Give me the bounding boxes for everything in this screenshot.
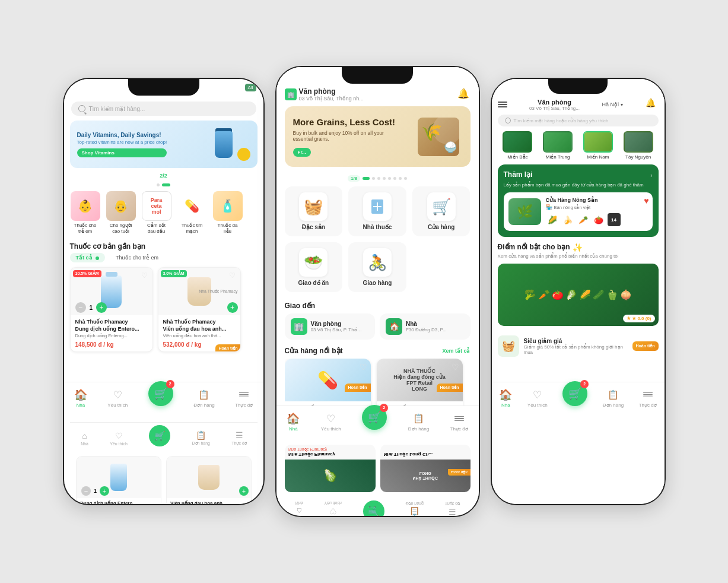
nav-orders-center[interactable]: 📋 Đơn hàng bbox=[408, 412, 429, 432]
delivery-title: Giao đến bbox=[285, 302, 316, 310]
filter-children[interactable]: Thuốc cho trẻ em bbox=[110, 253, 164, 262]
region-trung[interactable]: Miền Trung bbox=[538, 131, 578, 160]
delivery-home[interactable]: 🏠 Nhà F30 Đường D3, P... bbox=[380, 313, 471, 340]
delivery-home-addr: F30 Đường D3, P... bbox=[406, 327, 447, 332]
left-notch bbox=[128, 79, 199, 96]
highlight-sub: Xem cửa hàng và sản phẩm phổ biến nhất c… bbox=[498, 254, 659, 259]
nav-fav-left[interactable]: ♡ Yêu thích bbox=[107, 388, 128, 408]
cat-item-elderly[interactable]: 👴 Cho ngườicao tuổi bbox=[106, 191, 136, 234]
product-store-1: Nhà Thuốc Phamacy bbox=[75, 319, 148, 325]
nav-menu-left[interactable]: Thực đơ bbox=[235, 388, 253, 408]
heart-icon-2[interactable]: ♡ bbox=[227, 270, 238, 281]
shop-vitamins-btn[interactable]: Shop Vitamins bbox=[77, 148, 167, 157]
nav-home-center[interactable]: 🏠 Nhà bbox=[287, 412, 300, 432]
add-btn-2[interactable]: + bbox=[227, 302, 238, 313]
store-heart-2[interactable]: ♡ bbox=[452, 362, 459, 372]
filter-all[interactable]: Tất cả bbox=[70, 253, 106, 262]
r-plus: + bbox=[100, 486, 109, 496]
store-card-long[interactable]: NHÀ THUỐCHiện đang đóng cửaFPT RetailLON… bbox=[377, 359, 463, 405]
search-icon bbox=[78, 105, 85, 112]
cart-btn-left[interactable]: 🛒 2 bbox=[148, 381, 173, 406]
nav-menu-right[interactable]: Thực đơ bbox=[639, 388, 657, 408]
qty-plus[interactable]: + bbox=[96, 302, 107, 313]
discount-icon: 🧺 bbox=[498, 335, 519, 357]
nav-home-left[interactable]: 🏠 Nhà bbox=[74, 388, 87, 408]
region-bac[interactable]: Miền Bắc bbox=[498, 131, 538, 160]
region-tay[interactable]: Tây Nguyên bbox=[618, 131, 659, 160]
store-info-2: Nhà Thuốc Long Ch... Unknown Location Fo… bbox=[377, 401, 463, 405]
service-cua-hang[interactable]: 🛒 Cửa hàng bbox=[412, 186, 471, 236]
cart-btn-center[interactable]: 🛒 2 bbox=[362, 405, 387, 430]
region-nam[interactable]: Miền Nam bbox=[578, 131, 618, 160]
nong-san-heart[interactable]: ♥ bbox=[644, 196, 648, 205]
center-reflection: ⌂ Nhà ♡ Yêu thích 🛒 📋 Đơn hàng bbox=[276, 440, 479, 516]
discount-section: 🧺 Siêu giảm giá Giảm giá 50% tất cả sản … bbox=[492, 331, 665, 362]
nong-san-info: Cửa Hàng Nông Sản 🏪 Bán nông sản việt 🌽 … bbox=[546, 197, 648, 226]
r-cart-icon: 🛒 bbox=[154, 430, 165, 441]
promo-cta[interactable]: Fr... bbox=[293, 148, 311, 157]
dot-1 bbox=[157, 183, 160, 186]
right-search[interactable]: Tìm kiếm mặt hàng hoặc cửa hàng yêu thíc… bbox=[498, 115, 659, 126]
see-all-btn[interactable]: Xem tất cả bbox=[442, 348, 470, 354]
service-dac-san[interactable]: 🧺 Đặc sản bbox=[285, 186, 343, 236]
product-card-1[interactable]: 10.5% GIẢM ♡ − 1 + Nhà Thuốc Phamacy Du bbox=[70, 267, 153, 352]
bell-icon-right[interactable]: 🔔 bbox=[646, 98, 659, 111]
bell-icon-center[interactable]: 🔔 bbox=[457, 88, 471, 101]
category-scroll: 👶 Thuốc chotrẻ em 👴 Cho ngườicao tuổi Pa… bbox=[64, 189, 263, 239]
cat-item-skin[interactable]: 🧴 Thuốc daliễu bbox=[212, 191, 243, 234]
nav-fav-center[interactable]: ♡ Yêu thích bbox=[321, 412, 341, 432]
store-hoan-tien-1: Hoàn tiền bbox=[345, 384, 371, 392]
right-loc-dropdown[interactable]: Hà Nội ▾ bbox=[602, 102, 623, 107]
nong-san-emoji: 🌿 bbox=[508, 198, 541, 225]
dac-san-label: Đặc sản bbox=[302, 224, 325, 230]
r-nav-label3: Đơn hàng bbox=[192, 441, 209, 446]
hoan-tien-badge-left: Hoàn tiền bbox=[215, 344, 241, 352]
nav-orders-left[interactable]: 📋 Đơn hàng bbox=[193, 388, 214, 408]
left-search-bar[interactable]: Tìm kiếm mặt hàng... bbox=[71, 102, 256, 116]
cat-item-paracetamol[interactable]: Paracetamol Cảm sốtđau đầu bbox=[141, 191, 172, 234]
qty-minus[interactable]: − bbox=[75, 302, 86, 313]
r-nav-label4: Thực đơ bbox=[231, 441, 247, 446]
cat-label-skin: Thuốc daliễu bbox=[218, 223, 238, 234]
product-card-2[interactable]: 3.0% GIẢM ♡ Nhà Thuốc Phamacy + Nhà Thuố… bbox=[158, 267, 241, 352]
cr-cart: 🛒 bbox=[363, 500, 384, 516]
store-card-phamacy[interactable]: 💊 ♡ Hoàn tiền Nhà Thuốc Phamacy Nhà Thuố… bbox=[285, 359, 371, 405]
nav-menu-center[interactable]: Thực đơ bbox=[450, 412, 468, 432]
nav-fav-right[interactable]: ♡ Yêu thích bbox=[527, 388, 548, 408]
right-bottom-nav: 🏠 Nhà ♡ Yêu thích 🛒 2 📋 Đơn hàng bbox=[492, 382, 665, 416]
product-price-1: 148,500 đ / kg bbox=[75, 341, 148, 348]
nav-home-right[interactable]: 🏠 Nhà bbox=[499, 388, 512, 408]
item-count: 14 bbox=[608, 213, 621, 226]
store-heart-1[interactable]: ♡ bbox=[360, 362, 367, 372]
service-giao-do-an[interactable]: 🥗 Giao đồ ăn bbox=[285, 242, 343, 292]
right-notch bbox=[548, 79, 608, 94]
nav-label-orders-right: Đơn hàng bbox=[603, 403, 624, 408]
qty-num: 1 bbox=[90, 305, 93, 311]
veg-4: 🥬 bbox=[565, 289, 577, 300]
nav-orders-right[interactable]: 📋 Đơn hàng bbox=[603, 388, 624, 408]
r-nav-icon2: ♡ bbox=[115, 431, 122, 441]
nav-cart-center[interactable]: 🛒 2 bbox=[362, 414, 387, 430]
sparkle-icon: ✨ bbox=[573, 243, 583, 252]
nav-cart-right[interactable]: 🛒 2 bbox=[562, 391, 587, 406]
cat-item-child[interactable]: 👶 Thuốc chotrẻ em bbox=[70, 191, 101, 234]
rating-badge: ★ ★ 0.0 (0) bbox=[623, 315, 654, 322]
store-card-nong-san[interactable]: 🌿 Cửa Hàng Nông Sản 🏪 Bán nông sản việt … bbox=[504, 192, 653, 231]
cart-btn-right[interactable]: 🛒 2 bbox=[562, 381, 587, 406]
cart-icon-center: 🛒 bbox=[368, 411, 381, 424]
store-img-long: NHÀ THUỐCHiện đang đóng cửaFPT RetailLON… bbox=[377, 359, 463, 401]
dac-san-icon: 🧺 bbox=[299, 192, 328, 221]
delivery-office[interactable]: 🏢 Văn phòng 03 Võ Thị Sáu, P. Thống nhất… bbox=[285, 313, 376, 340]
cat-item-heart[interactable]: 💊 Thuốc timmạch bbox=[177, 191, 208, 234]
service-nha-thuoc[interactable]: Nhà thuốc bbox=[348, 186, 406, 236]
left-reflection: ⌂ Nhà ♡ Yêu thích 🛒 📋 Đơn hàng bbox=[64, 416, 263, 505]
nav-cart-left[interactable]: 🛒 2 bbox=[148, 391, 173, 406]
hamburger-icon-left bbox=[239, 392, 249, 398]
service-giao-hang[interactable]: 🚴 Giao hàng bbox=[348, 242, 406, 292]
heart-icon-1[interactable]: ♡ bbox=[139, 270, 150, 281]
menu-line-2 bbox=[498, 104, 507, 105]
orders-icon-left: 📋 bbox=[198, 388, 211, 401]
stores-row: 💊 ♡ Hoàn tiền Nhà Thuốc Phamacy Nhà Thuố… bbox=[285, 359, 471, 405]
product-img-1: 10.5% GIẢM ♡ − 1 + bbox=[71, 268, 152, 315]
stores-title: Cửa hàng nổi bật bbox=[285, 347, 343, 355]
